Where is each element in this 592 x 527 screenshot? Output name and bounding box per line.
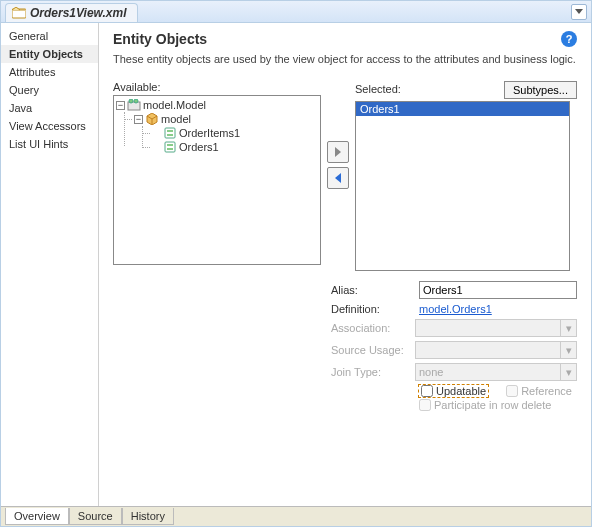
editor-window: Orders1View.xml General Entity Objects A… [0,0,592,527]
updatable-checkbox[interactable]: Updatable [419,385,488,397]
association-label: Association: [331,322,409,334]
tree-root-label: model.Model [143,99,206,111]
svg-rect-1 [128,102,140,110]
selected-listbox[interactable]: Orders1 [355,101,570,271]
sidebar-item-view-accessors[interactable]: View Accessors [1,117,98,135]
main-panel: Entity Objects ? These entity objects ar… [99,23,591,506]
tab-history[interactable]: History [122,508,174,525]
alias-label: Alias: [331,284,413,296]
join-type-combo [415,363,561,381]
source-usage-label: Source Usage: [331,344,409,356]
sidebar: General Entity Objects Attributes Query … [1,23,99,506]
sidebar-item-query[interactable]: Query [1,81,98,99]
package-icon [145,113,159,125]
svg-rect-8 [167,144,173,146]
entity-icon [163,127,177,139]
add-button[interactable] [327,141,349,163]
remove-button[interactable] [327,167,349,189]
svg-rect-5 [167,130,173,132]
tab-overview[interactable]: Overview [5,508,69,525]
sidebar-item-entity-objects[interactable]: Entity Objects [1,45,98,63]
tree-expander[interactable]: − [116,101,125,110]
definition-label: Definition: [331,303,413,315]
tree-item-label[interactable]: OrderItems1 [179,127,240,139]
source-usage-combo [415,341,561,359]
available-label: Available: [113,81,321,93]
section-heading: Entity Objects ? [113,31,577,47]
svg-point-3 [134,99,138,103]
sidebar-item-general[interactable]: General [1,27,98,45]
titlebar: Orders1View.xml [1,1,591,23]
reference-checkbox: Reference [506,385,572,397]
selected-label: Selected: [355,83,401,95]
file-tab-label: Orders1View.xml [30,6,127,20]
chevron-down-icon: ▾ [561,341,577,359]
available-listbox[interactable]: − model.Model − [113,95,321,265]
tree-expander[interactable]: − [134,115,143,124]
tab-menu-button[interactable] [571,4,587,20]
chevron-down-icon: ▾ [561,363,577,381]
alias-input[interactable] [419,281,577,299]
definition-link[interactable]: model.Orders1 [419,303,492,315]
sidebar-item-list-ui-hints[interactable]: List UI Hints [1,135,98,153]
file-tab[interactable]: Orders1View.xml [5,3,138,22]
subtypes-button[interactable]: Subtypes... [504,81,577,99]
selected-item[interactable]: Orders1 [356,102,569,116]
svg-rect-9 [167,148,173,150]
svg-rect-7 [165,142,175,152]
tree-item-label[interactable]: Orders1 [179,141,219,153]
tab-source[interactable]: Source [69,508,122,525]
sidebar-item-java[interactable]: Java [1,99,98,117]
details-form: Alias: Definition: model.Orders1 Associa… [331,281,577,411]
chevron-down-icon: ▾ [561,319,577,337]
bottom-tabs: Overview Source History [1,506,591,526]
help-icon[interactable]: ? [561,31,577,47]
xml-file-icon [12,7,26,19]
svg-rect-6 [167,134,173,136]
association-combo [415,319,561,337]
section-description: These entity objects are used by the vie… [113,53,577,65]
sidebar-item-attributes[interactable]: Attributes [1,63,98,81]
svg-point-2 [129,99,133,103]
participate-checkbox: Participate in row delete [419,399,551,411]
svg-rect-4 [165,128,175,138]
entity-icon [163,141,177,153]
content-area: General Entity Objects Attributes Query … [1,23,591,506]
join-type-label: Join Type: [331,366,409,378]
model-root-icon [127,99,141,111]
tree-pkg-label: model [161,113,191,125]
